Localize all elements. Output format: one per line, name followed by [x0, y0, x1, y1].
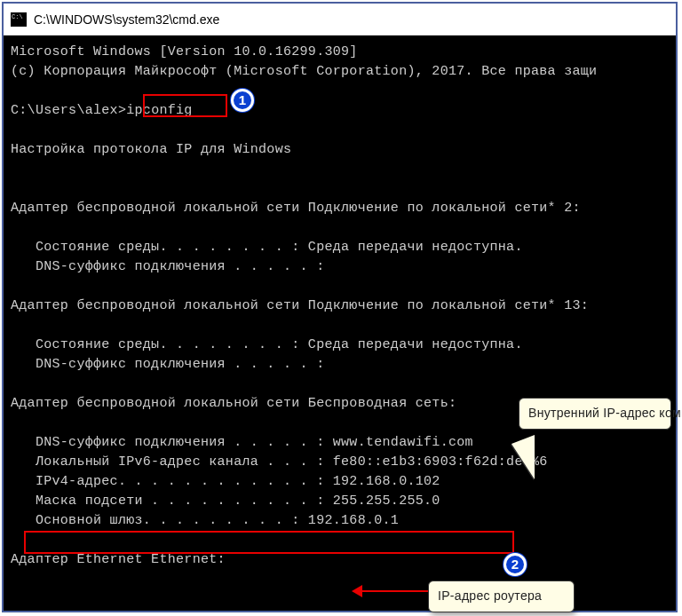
- adapter-3-mask: Маска подсети . . . . . . . . . . : 255.…: [11, 494, 440, 509]
- adapter-3-title: Адаптер беспроводной локальной сети Бесп…: [11, 396, 456, 411]
- adapter-3-dns-suffix: DNS-суффикс подключения . . . . . : www.…: [11, 435, 473, 450]
- adapter-4-title: Адаптер Ethernet Ethernet:: [11, 552, 226, 567]
- annotation-badge-2: 2: [504, 553, 527, 576]
- title-bar[interactable]: C:\WINDOWS\system32\cmd.exe: [4, 4, 676, 36]
- adapter-3-ipv4: IPv4-адрес. . . . . . . . . . . . : 192.…: [11, 474, 440, 489]
- callout-router-ip: IP-адрес роутера: [428, 580, 575, 612]
- adapter-1-dns-suffix: DNS-суффикс подключения . . . . . :: [11, 259, 324, 274]
- adapter-1-media-state: Состояние среды. . . . . . . . : Среда п…: [11, 240, 523, 255]
- terminal-output[interactable]: Microsoft Windows [Version 10.0.16299.30…: [4, 36, 676, 611]
- version-line: Microsoft Windows [Version 10.0.16299.30…: [11, 44, 358, 59]
- adapter-3-ipv6: Локальный IPv6-адрес канала . . . : fe80…: [11, 454, 548, 470]
- prompt-path: C:\Users\alex>: [11, 103, 126, 118]
- callout-internal-ip: Внутренний IP-адрес компьютера: [519, 398, 671, 430]
- adapter-2-title: Адаптер беспроводной локальной сети Подк…: [11, 298, 589, 313]
- arrow-head-icon: [352, 585, 362, 597]
- adapter-2-dns-suffix: DNS-суффикс подключения . . . . . :: [11, 357, 324, 372]
- adapter-3-gateway: Основной шлюз. . . . . . . . . : 192.168…: [11, 513, 399, 528]
- cmd-icon: [11, 12, 27, 27]
- window-frame: C:\WINDOWS\system32\cmd.exe Microsoft Wi…: [2, 2, 678, 612]
- section-heading: Настройка протокола IP для Windows: [11, 142, 291, 157]
- window-title: C:\WINDOWS\system32\cmd.exe: [34, 12, 219, 27]
- highlight-ipv4: [24, 531, 514, 554]
- adapter-2-media-state: Состояние среды. . . . . . . . : Среда п…: [11, 337, 523, 352]
- highlight-command: [143, 94, 227, 117]
- arrow-line: [359, 590, 428, 592]
- annotation-badge-1: 1: [231, 89, 254, 112]
- adapter-1-title: Адаптер беспроводной локальной сети Подк…: [11, 201, 581, 216]
- callout-pointer-1: [512, 435, 535, 479]
- copyright-line: (c) Корпорация Майкрософт (Microsoft Cor…: [11, 64, 597, 79]
